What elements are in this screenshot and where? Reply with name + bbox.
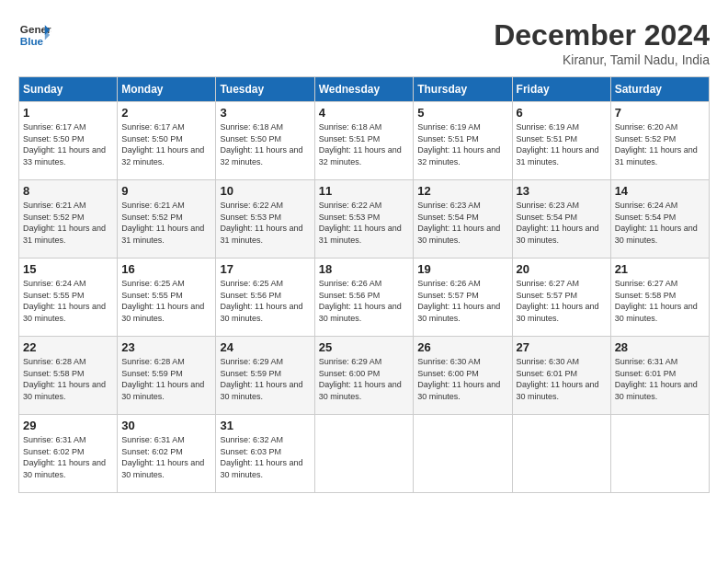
day-number: 22	[23, 340, 113, 354]
day-info: Sunrise: 6:21 AMSunset: 5:52 PMDaylight:…	[121, 200, 211, 246]
day-number: 1	[23, 106, 113, 120]
col-header-sunday: Sunday	[19, 77, 118, 102]
table-row: 3 Sunrise: 6:18 AMSunset: 5:50 PMDayligh…	[216, 102, 314, 180]
table-row: 9 Sunrise: 6:21 AMSunset: 5:52 PMDayligh…	[118, 180, 216, 259]
day-number: 4	[319, 106, 410, 120]
day-number: 25	[319, 340, 410, 354]
day-number: 10	[220, 184, 310, 198]
day-number: 9	[121, 184, 211, 198]
table-row: 2 Sunrise: 6:17 AMSunset: 5:50 PMDayligh…	[118, 102, 216, 180]
table-row	[610, 415, 709, 493]
table-row: 16 Sunrise: 6:25 AMSunset: 5:55 PMDaylig…	[118, 259, 216, 337]
day-number: 20	[517, 262, 607, 276]
day-number: 28	[615, 340, 705, 354]
table-row: 30 Sunrise: 6:31 AMSunset: 6:02 PMDaylig…	[118, 415, 216, 493]
col-header-friday: Friday	[512, 77, 610, 102]
day-number: 13	[517, 184, 607, 198]
table-row	[414, 415, 512, 493]
day-number: 7	[615, 106, 705, 120]
table-row: 21 Sunrise: 6:27 AMSunset: 5:58 PMDaylig…	[610, 259, 709, 337]
day-info: Sunrise: 6:23 AMSunset: 5:54 PMDaylight:…	[517, 200, 607, 246]
day-number: 29	[23, 419, 113, 432]
day-info: Sunrise: 6:18 AMSunset: 5:50 PMDaylight:…	[220, 121, 310, 167]
day-info: Sunrise: 6:31 AMSunset: 6:02 PMDaylight:…	[23, 434, 113, 480]
day-number: 16	[121, 262, 211, 276]
title-area: December 2024 Kiranur, Tamil Nadu, India	[494, 18, 710, 67]
day-number: 26	[417, 340, 507, 354]
day-info: Sunrise: 6:32 AMSunset: 6:03 PMDaylight:…	[220, 434, 310, 480]
table-row: 15 Sunrise: 6:24 AMSunset: 5:55 PMDaylig…	[19, 259, 118, 337]
day-info: Sunrise: 6:27 AMSunset: 5:58 PMDaylight:…	[615, 278, 705, 324]
day-info: Sunrise: 6:17 AMSunset: 5:50 PMDaylight:…	[23, 121, 113, 167]
day-info: Sunrise: 6:28 AMSunset: 5:58 PMDaylight:…	[23, 356, 113, 402]
day-number: 6	[517, 106, 607, 120]
table-row: 28 Sunrise: 6:31 AMSunset: 6:01 PMDaylig…	[610, 337, 709, 415]
location: Kiranur, Tamil Nadu, India	[494, 52, 710, 67]
table-row: 25 Sunrise: 6:29 AMSunset: 6:00 PMDaylig…	[314, 337, 414, 415]
day-info: Sunrise: 6:19 AMSunset: 5:51 PMDaylight:…	[417, 121, 507, 167]
table-row: 17 Sunrise: 6:25 AMSunset: 5:56 PMDaylig…	[216, 259, 314, 337]
svg-text:Blue: Blue	[20, 35, 44, 47]
logo-icon: General Blue	[18, 18, 51, 52]
logo: General Blue	[18, 18, 51, 52]
day-number: 8	[23, 184, 113, 198]
day-info: Sunrise: 6:29 AMSunset: 6:00 PMDaylight:…	[319, 356, 410, 402]
day-number: 11	[319, 184, 410, 198]
table-row: 22 Sunrise: 6:28 AMSunset: 5:58 PMDaylig…	[19, 337, 118, 415]
table-row: 23 Sunrise: 6:28 AMSunset: 5:59 PMDaylig…	[118, 337, 216, 415]
day-number: 21	[615, 262, 705, 276]
day-number: 14	[615, 184, 705, 198]
day-info: Sunrise: 6:31 AMSunset: 6:01 PMDaylight:…	[615, 356, 705, 402]
table-row: 6 Sunrise: 6:19 AMSunset: 5:51 PMDayligh…	[512, 102, 610, 180]
table-row: 24 Sunrise: 6:29 AMSunset: 5:59 PMDaylig…	[216, 337, 314, 415]
day-info: Sunrise: 6:28 AMSunset: 5:59 PMDaylight:…	[121, 356, 211, 402]
day-info: Sunrise: 6:30 AMSunset: 6:01 PMDaylight:…	[517, 356, 607, 402]
table-row	[512, 415, 610, 493]
day-info: Sunrise: 6:22 AMSunset: 5:53 PMDaylight:…	[220, 200, 310, 246]
table-row: 13 Sunrise: 6:23 AMSunset: 5:54 PMDaylig…	[512, 180, 610, 259]
day-info: Sunrise: 6:24 AMSunset: 5:55 PMDaylight:…	[23, 278, 113, 324]
col-header-thursday: Thursday	[414, 77, 512, 102]
day-info: Sunrise: 6:22 AMSunset: 5:53 PMDaylight:…	[319, 200, 410, 246]
table-row: 7 Sunrise: 6:20 AMSunset: 5:52 PMDayligh…	[610, 102, 709, 180]
table-row: 8 Sunrise: 6:21 AMSunset: 5:52 PMDayligh…	[19, 180, 118, 259]
table-row: 11 Sunrise: 6:22 AMSunset: 5:53 PMDaylig…	[314, 180, 414, 259]
col-header-monday: Monday	[118, 77, 216, 102]
table-row	[314, 415, 414, 493]
day-number: 18	[319, 262, 410, 276]
day-number: 15	[23, 262, 113, 276]
table-row: 14 Sunrise: 6:24 AMSunset: 5:54 PMDaylig…	[610, 180, 709, 259]
day-info: Sunrise: 6:17 AMSunset: 5:50 PMDaylight:…	[121, 121, 211, 167]
table-row: 26 Sunrise: 6:30 AMSunset: 6:00 PMDaylig…	[414, 337, 512, 415]
day-number: 24	[220, 340, 310, 354]
table-row: 4 Sunrise: 6:18 AMSunset: 5:51 PMDayligh…	[314, 102, 414, 180]
day-number: 3	[220, 106, 310, 120]
day-number: 17	[220, 262, 310, 276]
page-header: General Blue December 2024 Kiranur, Tami…	[18, 18, 710, 67]
day-info: Sunrise: 6:25 AMSunset: 5:55 PMDaylight:…	[121, 278, 211, 324]
col-header-tuesday: Tuesday	[216, 77, 314, 102]
day-info: Sunrise: 6:31 AMSunset: 6:02 PMDaylight:…	[121, 434, 211, 480]
col-header-wednesday: Wednesday	[314, 77, 414, 102]
table-row: 1 Sunrise: 6:17 AMSunset: 5:50 PMDayligh…	[19, 102, 118, 180]
day-info: Sunrise: 6:21 AMSunset: 5:52 PMDaylight:…	[23, 200, 113, 246]
calendar-table: SundayMondayTuesdayWednesdayThursdayFrid…	[18, 76, 710, 493]
col-header-saturday: Saturday	[610, 77, 709, 102]
day-number: 12	[417, 184, 507, 198]
table-row: 18 Sunrise: 6:26 AMSunset: 5:56 PMDaylig…	[314, 259, 414, 337]
day-number: 5	[417, 106, 507, 120]
day-info: Sunrise: 6:20 AMSunset: 5:52 PMDaylight:…	[615, 121, 705, 167]
day-info: Sunrise: 6:23 AMSunset: 5:54 PMDaylight:…	[417, 200, 507, 246]
day-number: 23	[121, 340, 211, 354]
day-info: Sunrise: 6:27 AMSunset: 5:57 PMDaylight:…	[517, 278, 607, 324]
day-info: Sunrise: 6:25 AMSunset: 5:56 PMDaylight:…	[220, 278, 310, 324]
day-info: Sunrise: 6:19 AMSunset: 5:51 PMDaylight:…	[517, 121, 607, 167]
day-info: Sunrise: 6:26 AMSunset: 5:56 PMDaylight:…	[319, 278, 410, 324]
day-info: Sunrise: 6:26 AMSunset: 5:57 PMDaylight:…	[417, 278, 507, 324]
table-row: 27 Sunrise: 6:30 AMSunset: 6:01 PMDaylig…	[512, 337, 610, 415]
table-row: 12 Sunrise: 6:23 AMSunset: 5:54 PMDaylig…	[414, 180, 512, 259]
table-row: 31 Sunrise: 6:32 AMSunset: 6:03 PMDaylig…	[216, 415, 314, 493]
table-row: 20 Sunrise: 6:27 AMSunset: 5:57 PMDaylig…	[512, 259, 610, 337]
table-row: 29 Sunrise: 6:31 AMSunset: 6:02 PMDaylig…	[19, 415, 118, 493]
day-number: 30	[121, 419, 211, 432]
